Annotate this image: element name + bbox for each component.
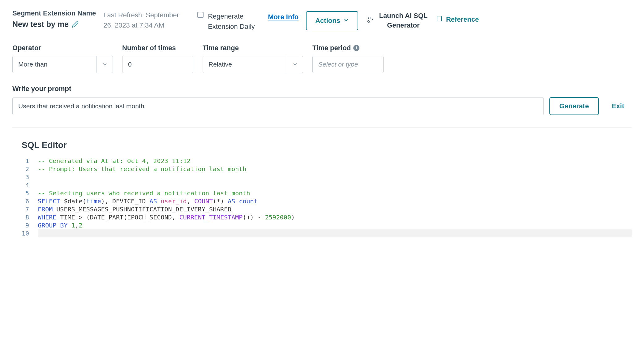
more-info-link[interactable]: More Info: [268, 9, 298, 22]
operator-label: Operator: [12, 44, 113, 52]
ai-generator-label: Launch AI SQL Generator: [379, 11, 428, 30]
number-of-times-input[interactable]: [122, 56, 193, 73]
sql-editor-body[interactable]: 12345678910 -- Generated via AI at: Oct …: [22, 157, 632, 237]
edit-icon[interactable]: [72, 21, 79, 28]
sql-editor-section: SQL Editor 12345678910 -- Generated via …: [12, 128, 632, 237]
time-period-group: Time period i: [312, 44, 384, 73]
actions-button-label: Actions: [315, 17, 340, 25]
chevron-down-icon: [97, 56, 113, 73]
number-of-times-group: Number of times: [122, 44, 193, 73]
book-icon: [436, 15, 443, 24]
exit-button[interactable]: Exit: [604, 98, 632, 115]
actions-button[interactable]: Actions: [306, 11, 358, 30]
launch-ai-sql-generator[interactable]: Launch AI SQL Generator: [366, 9, 428, 30]
title-name-row: New test by me: [12, 20, 96, 29]
segment-extension-name-label: Segment Extension Name: [12, 9, 96, 17]
reference-label: Reference: [446, 15, 479, 24]
extension-name: New test by me: [12, 20, 69, 29]
prompt-section: Write your prompt Generate Exit: [12, 85, 632, 115]
magic-wand-icon: [366, 16, 374, 26]
prompt-row: Generate Exit: [12, 97, 632, 115]
line-numbers: 12345678910: [22, 157, 38, 237]
time-range-label: Time range: [203, 44, 303, 52]
operator-select[interactable]: More than: [12, 56, 113, 73]
info-icon[interactable]: i: [353, 45, 359, 51]
time-range-value: Relative: [203, 61, 287, 68]
number-of-times-label: Number of times: [122, 44, 193, 52]
time-range-select[interactable]: Relative: [203, 56, 303, 73]
filters-row: Operator More than Number of times Time …: [12, 44, 632, 73]
reference-link[interactable]: Reference: [436, 9, 479, 24]
chevron-down-icon: [343, 17, 349, 25]
regenerate-daily-label: Regenerate Extension Daily: [208, 11, 260, 32]
time-range-group: Time range Relative: [203, 44, 303, 73]
prompt-input[interactable]: [12, 97, 544, 115]
sql-editor-title: SQL Editor: [22, 140, 632, 150]
last-refresh-text: Last Refresh: September 26, 2023 at 7:34…: [103, 9, 190, 30]
time-period-label: Time period i: [312, 44, 384, 52]
prompt-label: Write your prompt: [12, 85, 632, 93]
operator-group: Operator More than: [12, 44, 113, 73]
operator-value: More than: [13, 61, 97, 68]
page-header: Segment Extension Name New test by me La…: [12, 9, 632, 32]
chevron-down-icon: [287, 56, 303, 73]
generate-button[interactable]: Generate: [549, 97, 599, 115]
regenerate-daily-checkbox[interactable]: [197, 12, 204, 18]
title-block: Segment Extension Name New test by me: [12, 9, 96, 29]
regenerate-block: Regenerate Extension Daily: [197, 9, 260, 32]
time-period-input[interactable]: [312, 56, 384, 73]
code-lines[interactable]: -- Generated via AI at: Oct 4, 2023 11:1…: [38, 157, 632, 237]
